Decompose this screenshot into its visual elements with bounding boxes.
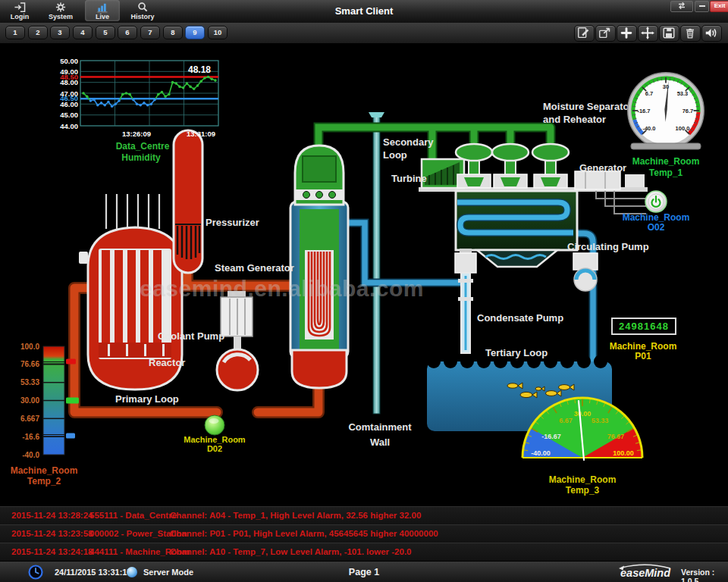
page-tab-7[interactable]: 7: [140, 26, 160, 39]
svg-text:76.66: 76.66: [20, 360, 39, 368]
trend-current-value: 48.18: [188, 64, 211, 75]
gauge-temp1[interactable]: -40.0 -16.7 6.7 30 53.3 76.7 100.0 Machi…: [620, 70, 713, 180]
add-icon: [617, 26, 635, 40]
save-button[interactable]: [659, 25, 679, 42]
trend-title: Data_Centre Humidity: [116, 141, 170, 163]
page-tab-9[interactable]: 9: [185, 26, 205, 39]
alarm-row[interactable]: 2015-11-24 13:23:58 000002 - Power_Stati…: [0, 525, 728, 543]
svg-text:Temp_1: Temp_1: [649, 167, 683, 178]
page-tab-8[interactable]: 8: [163, 26, 183, 39]
moisture-separators: [456, 144, 569, 188]
steam-generator-label: Steam Generator: [215, 262, 294, 274]
gauge-temp2-high-marker: [66, 359, 76, 365]
export-icon: [596, 26, 614, 40]
gauge-temp2-scale: 100.0 76.66 53.33 30.00 6.667 -16.6 -40.…: [20, 343, 39, 459]
gauge-temp2-name: Machine_Room Temp_2: [11, 465, 77, 487]
alarm-time: 2015-11-24 13:24:18: [11, 547, 93, 556]
page-tab-5[interactable]: 5: [96, 26, 115, 39]
page-tab-3[interactable]: 3: [50, 26, 70, 39]
condensate-pump-graphic: [455, 249, 476, 353]
alarm-list: 2015-11-24 13:28:24 555111 - Data_Centre…: [0, 506, 728, 562]
svg-text:Temp_3: Temp_3: [566, 485, 600, 496]
alarm-time: 2015-11-24 13:28:24: [11, 511, 93, 520]
edit-button[interactable]: [574, 25, 595, 42]
svg-text:6.667: 6.667: [20, 415, 39, 423]
high-limit-value: 48.50: [60, 73, 78, 81]
svg-text:-40.0: -40.0: [22, 451, 39, 459]
svg-text:Data_Centre: Data_Centre: [116, 141, 170, 152]
exit-button[interactable]: Exit: [710, 1, 728, 12]
display-p01[interactable]: 24981648: [611, 318, 676, 335]
containment-wall: [369, 112, 384, 414]
svg-text:-16.6: -16.6: [22, 433, 39, 441]
svg-text:76.67: 76.67: [607, 433, 625, 440]
audio-button[interactable]: [701, 25, 722, 42]
trash-icon: [681, 26, 699, 40]
add-button[interactable]: [617, 25, 637, 42]
power-o02-label: Machine_RoomO02: [610, 213, 701, 233]
gauge-temp2-value-marker: [66, 398, 79, 404]
gauge-temp2[interactable]: 100.0 76.66 53.33 30.00 6.667 -16.6 -40.…: [11, 340, 100, 491]
gauge-temp1-name: Machine_Room Temp_1: [632, 156, 700, 178]
alarm-station: 555111 - Data_Centre: [89, 511, 177, 520]
svg-text:easeMind: easeMind: [620, 567, 671, 579]
brand-logo: easeMind: [611, 564, 676, 580]
page-tab-6[interactable]: 6: [118, 26, 137, 39]
reactor-label: Reactor: [149, 357, 185, 368]
display-p01-label: Machine_RoomP01: [605, 342, 681, 361]
coolant-pump-label: Coolant Pump: [158, 330, 224, 342]
led-d02[interactable]: [202, 413, 227, 437]
delete-button[interactable]: [680, 25, 701, 42]
steam-generator-vessel: [290, 146, 348, 388]
svg-text:13:31:09: 13:31:09: [187, 130, 215, 138]
gauge-temp3[interactable]: -40.00 -16.67 6.67 30.00 53.33 76.67 100…: [518, 393, 648, 499]
move-icon: [639, 26, 657, 40]
svg-text:13:26:09: 13:26:09: [122, 130, 151, 138]
condensate-pump-label: Condensate Pump: [477, 312, 563, 324]
svg-text:30.00: 30.00: [20, 396, 39, 405]
svg-text:76.7: 76.7: [682, 108, 694, 114]
smart-client-window: Login System Live History Smart Client E…: [0, 0, 728, 582]
low-limit-value: 46.50: [60, 94, 78, 102]
svg-text:30.00: 30.00: [574, 410, 592, 418]
move-button[interactable]: [638, 25, 658, 42]
power-button-o02[interactable]: [644, 189, 668, 214]
gauge-temp2-low-marker: [66, 433, 75, 439]
page-tab-4[interactable]: 4: [73, 26, 93, 39]
svg-text:Machine_Room: Machine_Room: [632, 156, 700, 167]
trend-widget[interactable]: 50.00 49.00 48.00 47.00 46.00 45.00 44.0…: [44, 56, 235, 167]
svg-text:Temp_2: Temp_2: [27, 476, 61, 487]
svg-text:53.33: 53.33: [592, 417, 609, 424]
circulating-pump-label: Circulating Pump: [567, 241, 649, 252]
moisture-separator-label-2: and Reheator: [543, 114, 606, 125]
pressurizer-label: Pressurizer: [206, 217, 259, 228]
circulating-pump-graphic: [573, 253, 598, 291]
svg-text:Machine_Room: Machine_Room: [549, 474, 617, 485]
page-tab-bar: 1 2 3 4 5 6 7 8 9 10: [0, 23, 728, 43]
export-button[interactable]: [595, 25, 616, 42]
watermark-text: easemind.en.alibaba.com: [140, 276, 424, 301]
gauge-temp3-name: Machine_Room Temp_3: [549, 474, 617, 496]
containment-wall-label-2: Wall: [370, 436, 390, 448]
svg-text:Humidity: Humidity: [121, 152, 161, 163]
svg-text:53.33: 53.33: [20, 378, 39, 386]
alarm-message: Channel: P01 - P01, High Level Alarm, 45…: [170, 529, 438, 538]
alarm-row[interactable]: 2015-11-24 13:24:18 444111 - Machine_Roo…: [0, 543, 728, 562]
svg-text:53.3: 53.3: [677, 90, 689, 97]
svg-text:100.0: 100.0: [20, 343, 39, 351]
svg-text:100.00: 100.00: [613, 449, 634, 457]
minimize-button[interactable]: [695, 1, 709, 12]
secondary-loop-label-2: Loop: [383, 149, 407, 161]
page-tab-10[interactable]: 10: [208, 26, 228, 39]
trend-y-axis: 50.00 49.00 48.00 47.00 46.00 45.00 44.0…: [60, 57, 78, 130]
title-bar: Login System Live History Smart Client E…: [0, 0, 728, 23]
moisture-separator-label-1: Moisture Separator: [543, 101, 632, 112]
alarm-row[interactable]: 2015-11-24 13:28:24 555111 - Data_Centre…: [0, 507, 728, 525]
turbine-label: Turbine: [391, 173, 427, 184]
alarm-message: Channel: A10 - Temp_7, Low Level Alarm, …: [170, 547, 411, 556]
page-tab-2[interactable]: 2: [28, 26, 48, 39]
edit-icon: [575, 26, 593, 40]
page-tab-1[interactable]: 1: [5, 26, 25, 39]
svg-text:-16.67: -16.67: [541, 433, 561, 440]
switch-button[interactable]: [670, 1, 693, 12]
